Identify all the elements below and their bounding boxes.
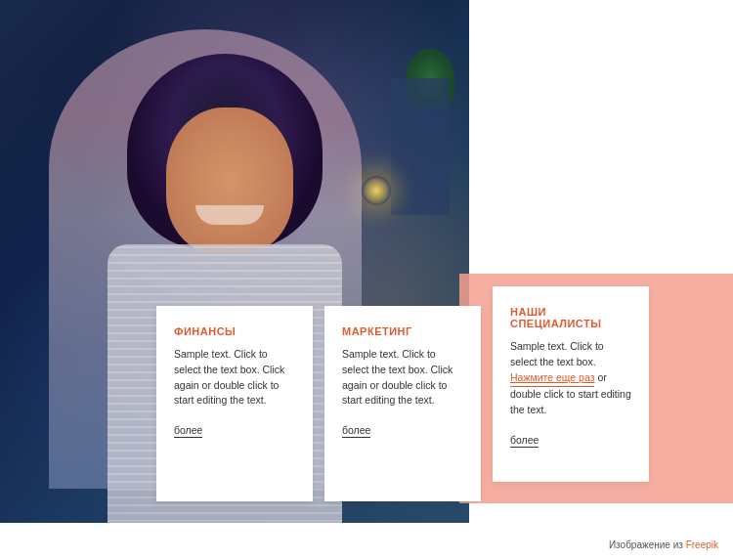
card-specialists-link[interactable]: более — [510, 434, 539, 448]
card-finances: ФИНАНСЫ Sample text. Click to select the… — [156, 306, 313, 501]
specialists-inline-link[interactable]: Нажмите еще раз — [510, 370, 594, 388]
card-marketing-body: Sample text. Click to select the text bo… — [342, 347, 463, 409]
card-specialists-title: НАШИ СПЕЦИАЛИСТЫ — [510, 306, 631, 329]
page-wrapper: ФИНАНСЫ Sample text. Click to select the… — [0, 0, 733, 560]
image-credit-link[interactable]: Freepik — [686, 539, 718, 550]
card-finances-title: ФИНАНСЫ — [174, 325, 295, 337]
card-marketing-link[interactable]: более — [342, 424, 370, 438]
card-finances-body: Sample text. Click to select the text bo… — [174, 347, 295, 409]
specialists-body-part1: Sample text. Click to select the text bo… — [510, 340, 604, 367]
shelf-decoration — [391, 78, 450, 215]
card-specialists: НАШИ СПЕЦИАЛИСТЫ Sample text. Click to s… — [493, 286, 649, 482]
card-marketing: МАРКЕТИНГ Sample text. Click to select t… — [324, 306, 481, 501]
person-face — [166, 108, 293, 254]
image-credit-text: Изображение из — [609, 539, 683, 550]
card-finances-link[interactable]: более — [174, 424, 202, 438]
card-specialists-body: Sample text. Click to select the text bo… — [510, 339, 631, 418]
card-marketing-title: МАРКЕТИНГ — [342, 325, 463, 337]
lamp-decoration — [362, 176, 391, 205]
cards-container: ФИНАНСЫ Sample text. Click to select the… — [156, 306, 649, 501]
image-credit: Изображение из Freepik — [609, 539, 718, 550]
